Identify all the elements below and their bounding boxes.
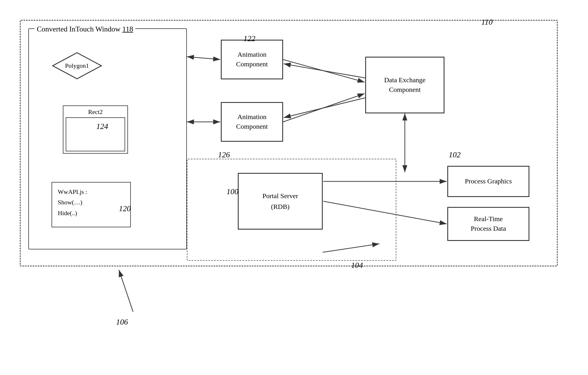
realtime-process-label: Real-TimeProcess Data [471,214,506,233]
portal-server-rdb: (RDB) [271,201,289,212]
realtime-process-box: Real-TimeProcess Data [447,207,529,241]
ref-label-124: 124 [96,122,108,131]
ref-label-110: 110 [481,18,493,27]
wwapi-line2: Show(…) [58,197,125,207]
svg-line-14 [119,270,133,312]
diagram-container: Converted InTouch Window 118 Polygon1 Re… [11,11,575,363]
data-exchange-label: Data ExchangeComponent [384,75,426,94]
polygon1-label: Polygon1 [65,62,89,69]
animation-component-2-box: AnimationComponent [221,102,283,142]
intouch-title-text: Converted InTouch Window [37,25,122,33]
ref-label-106: 106 [116,317,128,327]
wwapi-line3: Hide(..) [58,208,125,218]
ref-label-120: 120 [119,204,131,213]
animation-component-2-label: AnimationComponent [236,112,268,131]
polygon1-container: Polygon1 [46,49,108,83]
process-graphics-label: Process Graphics [465,177,512,186]
data-exchange-box: Data ExchangeComponent [365,57,444,113]
wwapi-line1: WwAPI.js : [58,187,125,197]
animation-component-1-box: AnimationComponent [221,40,283,79]
intouch-window-box: Converted InTouch Window 118 Polygon1 Re… [28,28,187,249]
ref-label-104: 104 [351,261,363,270]
animation-component-1-label: AnimationComponent [236,50,268,69]
rect2-box: Rect2 [63,105,128,154]
wwapi-text: WwAPI.js : Show(…) Hide(..) [58,187,125,218]
intouch-window-title: Converted InTouch Window 118 [35,25,135,33]
ref-label-100: 100 [226,187,238,196]
intouch-ref-118: 118 [122,25,133,33]
ref-label-122: 122 [243,34,255,43]
portal-server-label: Portal Server [262,190,298,201]
rect2-title: Rect2 [88,108,102,116]
polygon1-diamond: Polygon1 [52,52,102,80]
process-graphics-box: Process Graphics [447,166,529,197]
ref-label-102: 102 [449,150,461,159]
rect2-inner [66,117,125,151]
ref-label-126: 126 [218,150,230,159]
portal-server-box: Portal Server (RDB) [238,173,323,230]
